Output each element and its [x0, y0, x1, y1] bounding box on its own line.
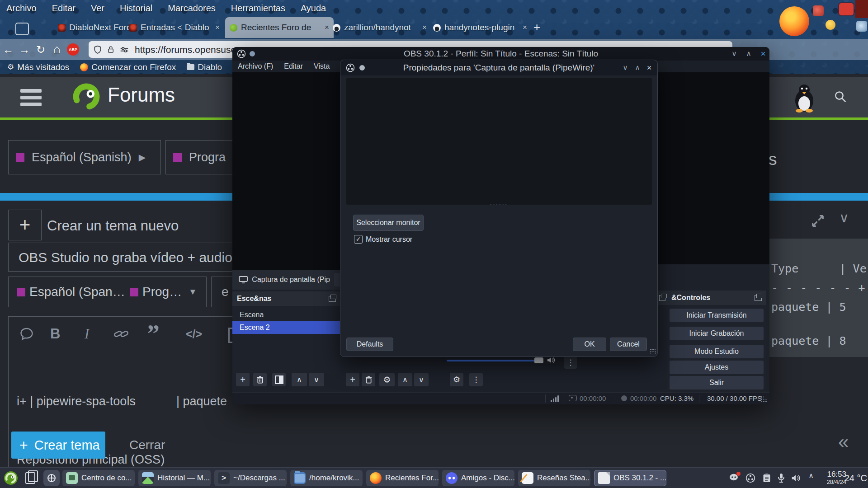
obs-menu-archivo[interactable]: Archivo (F): [238, 62, 273, 70]
permissions-toggle-icon[interactable]: [119, 45, 129, 55]
bookmark-comenzar-firefox[interactable]: Comenzar con Firefox: [80, 62, 176, 72]
ok-button[interactable]: OK: [573, 338, 606, 351]
shield-icon[interactable]: [93, 45, 102, 55]
collapse-preview-icon[interactable]: ∨: [839, 210, 849, 225]
bold-icon[interactable]: B: [50, 326, 60, 342]
italic-icon[interactable]: I: [85, 326, 89, 342]
adblock-icon[interactable]: ABP: [67, 43, 79, 56]
scene-item[interactable]: Escena: [232, 309, 340, 321]
task-firefox-recientes[interactable]: Recientes For...: [366, 470, 439, 486]
weather-temperature[interactable]: 24 °C: [844, 473, 867, 483]
mixer-menu-button[interactable]: ⋮: [469, 373, 483, 386]
source-up-button[interactable]: ∧: [398, 373, 412, 386]
scene-item-selected[interactable]: Escena 2: [232, 321, 340, 334]
maximize-icon[interactable]: ∧: [743, 48, 754, 59]
controls-dock-header[interactable]: &Controles: [667, 291, 766, 305]
scene-down-button[interactable]: ∨: [309, 373, 324, 386]
add-source-button[interactable]: +: [346, 373, 359, 386]
cancel-button[interactable]: Cancel: [610, 338, 647, 351]
tab-close-icon[interactable]: ×: [215, 23, 220, 32]
settings-button[interactable]: Ajustes: [670, 361, 764, 374]
forums-brand-title[interactable]: Forums: [108, 84, 175, 106]
resize-grip[interactable]: [650, 348, 656, 354]
task-discord[interactable]: Amigos - Disc...: [442, 470, 514, 486]
opensuse-geeko-logo[interactable]: [71, 82, 101, 112]
menu-herramientas[interactable]: Herramientas: [231, 3, 285, 14]
link-icon[interactable]: [113, 328, 129, 340]
exit-button[interactable]: Salir: [670, 376, 764, 389]
pager-icon[interactable]: [25, 472, 35, 484]
dock-float-icon[interactable]: [659, 295, 665, 301]
menu-archivo[interactable]: Archivo: [6, 3, 37, 14]
menu-ver[interactable]: Ver: [91, 3, 104, 14]
tray-discord-icon[interactable]: [729, 473, 740, 483]
menu-ayuda[interactable]: Ayuda: [301, 3, 326, 14]
advanced-audio-button[interactable]: ⚙: [450, 373, 463, 386]
menu-historial[interactable]: Historial: [120, 3, 152, 14]
close-icon[interactable]: ×: [644, 62, 655, 73]
volume-slider-track[interactable]: [447, 360, 535, 361]
minimize-icon[interactable]: ∨: [729, 48, 740, 59]
category-espanol-button[interactable]: Español (Spanish) ▶: [8, 140, 161, 174]
tray-microphone-icon[interactable]: [776, 473, 787, 483]
dock-float-icon[interactable]: [755, 295, 762, 301]
studio-mode-button[interactable]: Modo Estudio: [670, 345, 764, 358]
obs-titlebar[interactable]: OBS 30.1.2 - Perfíl: Sin Título - Escena…: [232, 47, 769, 61]
expand-preview-icon[interactable]: [810, 213, 826, 229]
resize-grip[interactable]: [760, 396, 767, 402]
tux-avatar[interactable]: [792, 83, 816, 113]
reply-bubble-icon[interactable]: [19, 327, 34, 341]
app-launcher-geeko-icon[interactable]: [4, 471, 18, 485]
new-topic-plus-icon[interactable]: +: [8, 210, 42, 240]
dock-float-icon[interactable]: [329, 296, 336, 302]
maximize-icon[interactable]: ∧: [632, 62, 643, 73]
minimize-icon[interactable]: ∨: [620, 62, 631, 73]
source-visibility-button-fragment[interactable]: [334, 273, 340, 286]
tray-clipboard-icon[interactable]: [761, 473, 772, 483]
menu-editar[interactable]: Editar: [52, 3, 75, 14]
tab-close-icon[interactable]: ×: [523, 23, 527, 32]
clock-widget[interactable]: 16:53 28/4/24: [827, 470, 846, 485]
tab-recientes-active[interactable]: Recientes Foro de ×: [225, 17, 334, 38]
tray-expand-icon[interactable]: ∧: [806, 471, 816, 481]
splitter-handle[interactable]: ······: [340, 200, 657, 207]
task-descargas-terminal[interactable]: > ~/Descargas ...: [214, 470, 287, 486]
search-icon[interactable]: [834, 90, 847, 103]
hamburger-menu-icon[interactable]: [20, 89, 42, 106]
source-down-button[interactable]: ∨: [414, 373, 429, 386]
new-tab-button[interactable]: +: [533, 20, 540, 34]
tab-handynotes[interactable]: handynotes-plugin ×: [429, 17, 532, 38]
mixer-item-menu-button[interactable]: ⋮: [564, 356, 577, 369]
collapse-composer-icon[interactable]: «: [838, 431, 849, 453]
remove-scene-button[interactable]: [253, 373, 267, 386]
obs-menu-editar[interactable]: Editar: [284, 62, 303, 70]
task-historial[interactable]: Historial — M...: [138, 470, 211, 486]
add-scene-button[interactable]: +: [236, 373, 250, 386]
scenes-dock-header[interactable]: Esce&nas: [232, 291, 340, 306]
select-monitor-button[interactable]: Seleccionar monitor: [353, 215, 424, 231]
system-settings-wheel-icon[interactable]: [43, 470, 60, 486]
obs-menu-vista[interactable]: Vista: [314, 62, 330, 70]
forward-icon[interactable]: →: [16, 43, 33, 56]
source-properties-button[interactable]: ⚙: [379, 373, 395, 386]
dialog-titlebar[interactable]: Propiedades para 'Captura de pantalla (P…: [340, 60, 657, 75]
task-centro-de-control[interactable]: Centro de co...: [62, 470, 135, 486]
tab-close-icon[interactable]: ×: [422, 23, 427, 32]
tray-volume-icon[interactable]: [790, 473, 801, 483]
tray-obs-icon[interactable]: [745, 473, 756, 483]
firefox-view-icon[interactable]: [15, 23, 29, 35]
stats-graph-icon[interactable]: [551, 395, 559, 402]
tab-zarillion[interactable]: zarillion/handynot ×: [328, 17, 431, 38]
scene-filters-button[interactable]: [272, 373, 286, 386]
close-composer-link[interactable]: Cerrar: [129, 438, 165, 452]
source-row[interactable]: Captura de pantalla (PipeW: [232, 270, 340, 290]
task-resenas[interactable]: Reseñas Stea...: [518, 470, 590, 486]
tags-box[interactable]: Español (Span… Prog… ▼: [8, 277, 207, 307]
bookmark-mas-visitados[interactable]: ⚙ Más visitados: [7, 62, 69, 72]
start-recording-button[interactable]: Iniciar Grabación: [670, 327, 764, 340]
speaker-icon[interactable]: [546, 356, 556, 365]
show-cursor-checkbox[interactable]: ✓: [354, 235, 363, 244]
scene-up-button[interactable]: ∧: [292, 373, 307, 386]
reload-icon[interactable]: ↻: [33, 43, 49, 56]
defaults-button[interactable]: Defaults: [346, 338, 393, 351]
